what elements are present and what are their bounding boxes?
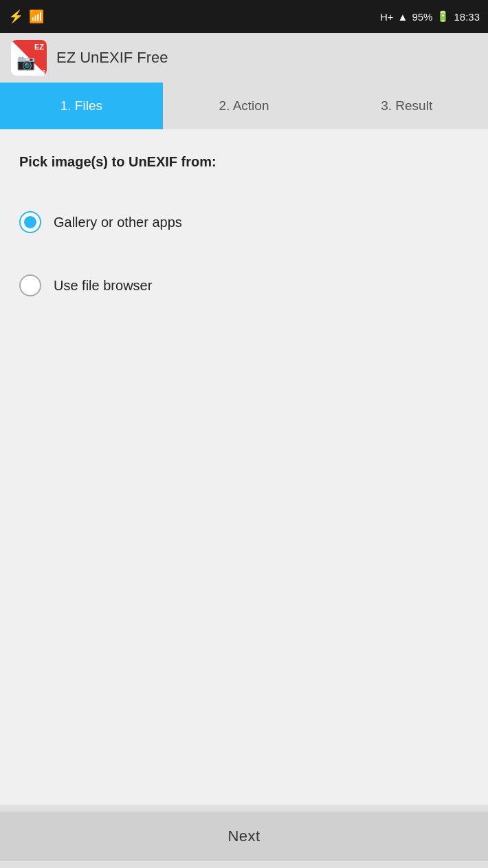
main-content: Pick image(s) to UnEXIF from: Gallery or… (0, 129, 488, 805)
tab-result[interactable]: 3. Result (325, 83, 488, 129)
option-gallery-label: Gallery or other apps (54, 215, 182, 230)
app-bar: 📷 EZ free EZ UnEXIF Free (0, 33, 488, 83)
wifi-icon: 📶 (29, 9, 44, 24)
tab-files-label: 1. Files (60, 98, 102, 113)
battery-icon: 🔋 (436, 10, 450, 23)
next-button[interactable]: Next (0, 812, 488, 861)
footer: Next (0, 805, 488, 868)
network-type: H+ (380, 11, 394, 23)
camera-icon: 📷 (16, 54, 35, 72)
tab-bar: 1. Files 2. Action 3. Result (0, 83, 488, 129)
radio-gallery[interactable] (19, 211, 41, 233)
status-bar-left: ⚡ 📶 (8, 9, 44, 24)
tab-action-label: 2. Action (219, 98, 269, 113)
battery-percent: 95% (412, 11, 432, 23)
option-gallery[interactable]: Gallery or other apps (19, 211, 469, 233)
free-badge: free (35, 68, 45, 74)
status-bar-right: H+ ▲ 95% 🔋 18:33 (380, 10, 480, 23)
app-title: EZ UnEXIF Free (56, 49, 168, 67)
ez-text: EZ (34, 43, 44, 51)
option-file-browser-label: Use file browser (54, 278, 152, 294)
signal-icon: ▲ (398, 11, 408, 23)
radio-file-browser[interactable] (19, 274, 41, 296)
tab-result-label: 3. Result (381, 98, 432, 113)
clock: 18:33 (454, 11, 480, 23)
usb-icon: ⚡ (8, 9, 23, 24)
tab-action[interactable]: 2. Action (163, 83, 326, 129)
app-logo: 📷 EZ free (11, 40, 47, 76)
pick-heading: Pick image(s) to UnEXIF from: (19, 154, 469, 170)
option-file-browser[interactable]: Use file browser (19, 274, 469, 296)
status-bar: ⚡ 📶 H+ ▲ 95% 🔋 18:33 (0, 0, 488, 33)
radio-gallery-inner (24, 216, 36, 228)
tab-files[interactable]: 1. Files (0, 83, 163, 129)
